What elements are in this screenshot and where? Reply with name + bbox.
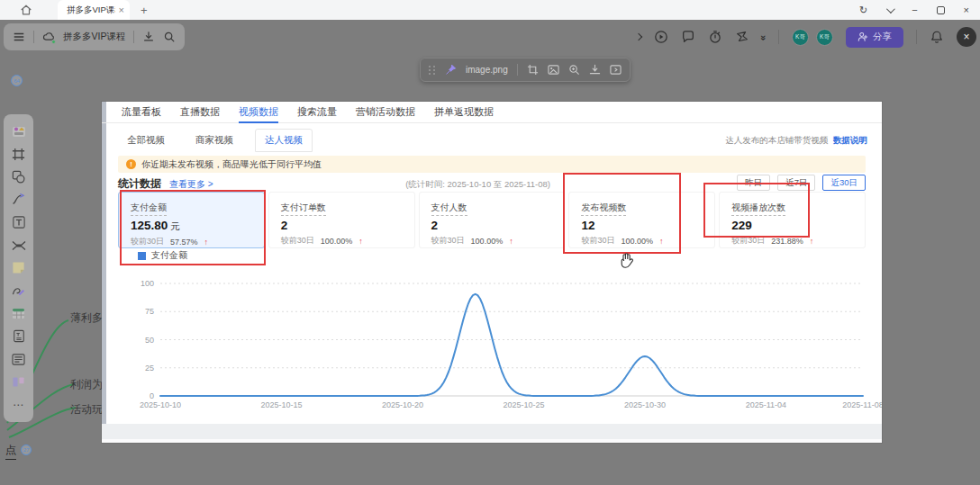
text-icon[interactable] [9, 213, 29, 231]
svg-text:2025-10-30: 2025-10-30 [624, 400, 666, 409]
range-30d-button[interactable]: 近30日 [822, 175, 866, 191]
replace-image-icon[interactable] [548, 64, 559, 76]
board-title: 拼多多VIP课程 [63, 31, 125, 43]
divider [517, 64, 518, 76]
laser-pointer-icon[interactable] [735, 30, 749, 44]
toolbar-right-cluster: » K哥 K哥 分享 × [636, 23, 976, 50]
sync-status-dot [51, 40, 56, 44]
dashboard-tabs: 流量看板 直播数据 视频数据 搜索流量 营销活动数据 拼单返现数据 [102, 102, 882, 123]
notification-bell-icon[interactable] [930, 30, 944, 44]
value-number: 2 [281, 219, 288, 232]
compare-label: 较前30日 [431, 235, 465, 247]
whiteboard-toolbar: 拼多多VIP课程 » K哥 K哥 分享 × [0, 20, 980, 52]
present-play-icon[interactable] [654, 30, 668, 44]
minimize-icon[interactable]: − [912, 4, 917, 15]
download-icon[interactable] [142, 31, 155, 43]
templates-icon[interactable] [9, 122, 29, 140]
card-compare: 较前30日100.00%↑ [431, 235, 565, 247]
delta-value: 231.88% [771, 237, 803, 246]
menu-hamburger-icon[interactable] [13, 31, 25, 43]
maximize-restore-icon[interactable] [937, 6, 945, 14]
subtab-merchant-videos[interactable]: 商家视频 [186, 130, 242, 151]
tab-live-data[interactable]: 直播数据 [180, 102, 220, 123]
collapse-toolbar-icon[interactable]: » [758, 35, 769, 39]
svg-text:100: 100 [141, 279, 154, 288]
table-icon[interactable] [9, 305, 29, 323]
comment-bubble-icon[interactable] [681, 30, 695, 44]
drag-handle-icon[interactable] [429, 66, 436, 75]
window-close-icon[interactable]: × [964, 4, 969, 15]
delta-value: 100.00% [321, 237, 353, 246]
note-doc-glyph [13, 329, 25, 343]
board-title-pill: 拼多多VIP课程 [4, 23, 185, 50]
share-button[interactable]: 分享 [846, 27, 903, 48]
warning-text: 你近期未发布视频，商品曝光低于同行平均值 [141, 158, 322, 171]
subtab-influencer-videos[interactable]: 达人视频 [255, 129, 313, 152]
svg-text:2025-11-04: 2025-11-04 [746, 400, 786, 409]
mindmap-icon[interactable] [9, 237, 29, 255]
collaborator-avatar[interactable]: K哥 [816, 29, 833, 46]
chevron-down-icon[interactable] [886, 4, 895, 13]
divider [33, 31, 34, 43]
warning-banner: ! 你近期未发布视频，商品曝光低于同行平均值 [118, 156, 866, 173]
shapes-icon[interactable] [9, 168, 29, 186]
timer-icon[interactable] [708, 30, 722, 44]
collaborator-cursor-badge: 64 [11, 75, 23, 86]
svg-text:75: 75 [145, 307, 154, 316]
table-glyph [12, 308, 25, 319]
tab-marketing-activity[interactable]: 营销活动数据 [356, 102, 415, 123]
templates-glyph [12, 125, 26, 138]
outline-icon[interactable] [9, 350, 29, 368]
section-divider-band [102, 424, 882, 439]
more-icon[interactable]: ⋯ [9, 396, 29, 414]
refresh-icon[interactable]: ↻ [859, 4, 867, 16]
tab-traffic-dashboard[interactable]: 流量看板 [122, 102, 161, 123]
divider [133, 31, 134, 43]
delta-up-arrow: ↑ [810, 237, 814, 246]
warning-icon: ! [126, 159, 136, 169]
mindmap-glyph [12, 240, 26, 251]
subtab-all-videos[interactable]: 全部视频 [118, 130, 174, 151]
share-label: 分享 [873, 31, 892, 43]
connector-glyph [12, 193, 25, 205]
note-doc-icon[interactable] [9, 328, 29, 346]
next-section-edge [102, 439, 882, 443]
pin-icon[interactable] [445, 64, 457, 76]
view-more-link[interactable]: 查看更多 > [169, 178, 213, 191]
delta-up-arrow: ↑ [509, 237, 513, 246]
open-panel-icon[interactable] [610, 64, 622, 76]
expand-chevron-icon[interactable] [635, 33, 642, 40]
find-image-icon[interactable] [568, 64, 580, 76]
tab-group-cashback[interactable]: 拼单返现数据 [434, 102, 494, 123]
new-tab-button[interactable]: + [141, 4, 148, 17]
tab-search-traffic[interactable]: 搜索流量 [297, 102, 337, 123]
pen-icon[interactable] [9, 282, 29, 300]
browser-tab-title: 拼多多VIP课程 [67, 4, 115, 16]
more-glyph: ⋯ [13, 399, 24, 411]
download-image-icon[interactable] [589, 64, 601, 76]
kanban-icon[interactable] [9, 373, 29, 391]
home-icon[interactable] [20, 4, 32, 16]
collaborator-avatar[interactable]: K哥 [792, 29, 809, 46]
browser-tab[interactable]: 拼多多VIP课程 × [58, 0, 130, 20]
browser-tab-bar: 拼多多VIP课程 × + ↻ − × [0, 0, 980, 20]
exit-presentation-button[interactable]: × [957, 27, 976, 47]
card-compare: 较前30日100.00%↑ [281, 235, 414, 247]
svg-text:25: 25 [145, 364, 154, 373]
svg-text:50: 50 [145, 336, 154, 345]
tab-close-icon[interactable]: × [119, 4, 124, 15]
annotation-rect-video-plays [703, 183, 810, 238]
sticky-note-icon[interactable] [9, 259, 29, 277]
card-pay-users[interactable]: 支付人数 2 较前30日100.00%↑ [419, 192, 566, 248]
tab-video-data[interactable]: 视频数据 [239, 102, 278, 123]
search-icon[interactable] [163, 31, 176, 43]
frame-icon[interactable] [9, 145, 29, 163]
card-pay-orders[interactable]: 支付订单数 2 较前30日100.00%↑ [268, 192, 415, 248]
payment-line-chart: 02550751002025-10-102025-10-152025-10-20… [102, 102, 882, 443]
crop-frame-icon[interactable] [527, 64, 539, 76]
divider [916, 30, 917, 44]
divider [778, 30, 779, 44]
data-explanation-link[interactable]: 数据说明 [833, 135, 867, 145]
connector-icon[interactable] [9, 191, 29, 209]
annotation-rect-videos-published [563, 173, 681, 254]
